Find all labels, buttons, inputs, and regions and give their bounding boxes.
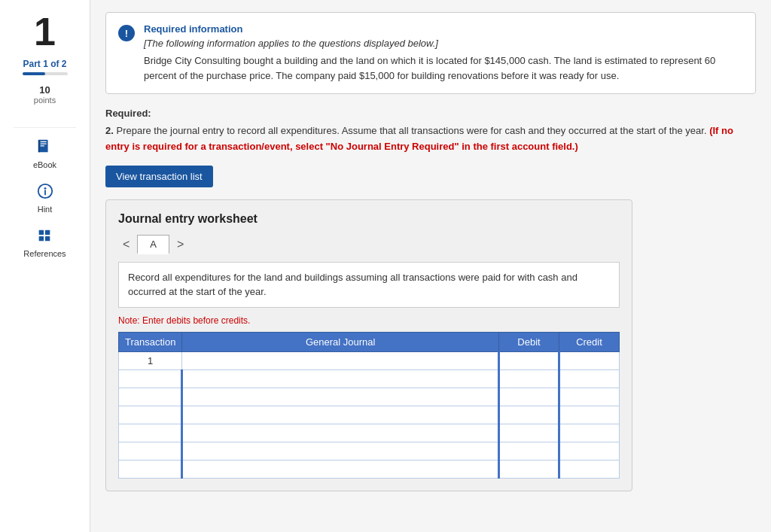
sidebar-item-ebook[interactable]: eBook bbox=[33, 135, 56, 169]
col-header-credit: Credit bbox=[559, 332, 620, 351]
svg-rect-9 bbox=[45, 230, 50, 235]
svg-rect-2 bbox=[41, 143, 47, 144]
cell-credit[interactable] bbox=[559, 406, 620, 424]
cell-debit[interactable] bbox=[499, 388, 559, 406]
svg-rect-1 bbox=[41, 141, 47, 142]
table-row bbox=[119, 460, 620, 478]
cell-transaction bbox=[119, 442, 182, 460]
tab-navigation: < A > bbox=[118, 235, 620, 254]
cell-general-journal[interactable] bbox=[182, 351, 499, 369]
cell-debit[interactable] bbox=[499, 424, 559, 442]
journal-table: Transaction General Journal Debit Credit… bbox=[118, 332, 620, 479]
cell-general-journal[interactable] bbox=[182, 388, 499, 406]
table-row bbox=[119, 388, 620, 406]
part-progress-fill bbox=[23, 72, 45, 75]
cell-debit[interactable] bbox=[499, 406, 559, 424]
cell-credit[interactable] bbox=[559, 460, 620, 478]
note-text: Note: Enter debits before credits. bbox=[118, 315, 620, 326]
cell-credit[interactable] bbox=[559, 424, 620, 442]
info-content: Required information [The following info… bbox=[144, 23, 743, 83]
cell-debit[interactable] bbox=[499, 442, 559, 460]
sidebar-item-hint[interactable]: Hint bbox=[34, 180, 56, 214]
svg-rect-10 bbox=[39, 236, 44, 241]
info-box: ! Required information [The following in… bbox=[105, 12, 756, 94]
col-header-debit: Debit bbox=[499, 332, 559, 351]
svg-point-6 bbox=[44, 187, 46, 190]
info-icon: ! bbox=[118, 25, 135, 41]
table-row: 1 bbox=[119, 351, 620, 369]
required-section: Required: 2. Prepare the journal entry t… bbox=[105, 108, 756, 155]
info-italic-text: [The following information applies to th… bbox=[144, 38, 743, 49]
info-body-text: Bridge City Consulting bought a building… bbox=[144, 53, 743, 83]
table-row bbox=[119, 442, 620, 460]
book-icon bbox=[33, 135, 56, 158]
hint-label: Hint bbox=[38, 205, 53, 214]
cell-debit[interactable] bbox=[499, 369, 559, 388]
cell-debit[interactable] bbox=[499, 351, 559, 369]
svg-rect-4 bbox=[38, 140, 40, 153]
points-value: 10 bbox=[39, 84, 50, 96]
cell-transaction bbox=[119, 424, 182, 442]
col-header-general-journal: General Journal bbox=[182, 332, 499, 351]
info-title: Required information bbox=[144, 23, 743, 35]
table-row bbox=[119, 369, 620, 388]
svg-rect-3 bbox=[41, 145, 45, 146]
cell-debit[interactable] bbox=[499, 460, 559, 478]
question-number: 1 bbox=[34, 12, 56, 51]
tab-a[interactable]: A bbox=[137, 235, 169, 254]
cell-credit[interactable] bbox=[559, 369, 620, 388]
cell-general-journal[interactable] bbox=[182, 369, 499, 388]
question-text: 2. Prepare the journal entry to record a… bbox=[105, 123, 756, 155]
part-label: Part 1 of 2 bbox=[23, 59, 66, 69]
hint-icon bbox=[34, 180, 56, 202]
cell-credit[interactable] bbox=[559, 442, 620, 460]
cell-transaction bbox=[119, 406, 182, 424]
sidebar-item-references[interactable]: References bbox=[23, 224, 66, 258]
question-number-inline: 2. bbox=[105, 125, 114, 136]
tab-right-arrow[interactable]: > bbox=[172, 236, 188, 253]
references-label: References bbox=[23, 249, 66, 258]
cell-transaction bbox=[119, 369, 182, 388]
instruction-text: Record all expenditures for the land and… bbox=[128, 272, 577, 298]
table-row bbox=[119, 406, 620, 424]
question-main-text: Prepare the journal entry to record all … bbox=[116, 125, 706, 136]
cell-transaction: 1 bbox=[119, 351, 182, 369]
tab-left-arrow[interactable]: < bbox=[118, 236, 134, 253]
sidebar-divider bbox=[14, 127, 75, 128]
col-header-transaction: Transaction bbox=[119, 332, 182, 351]
ebook-label: eBook bbox=[33, 160, 56, 169]
main-content: ! Required information [The following in… bbox=[90, 0, 771, 532]
cell-general-journal[interactable] bbox=[182, 442, 499, 460]
cell-general-journal[interactable] bbox=[182, 424, 499, 442]
journal-worksheet-title: Journal entry worksheet bbox=[118, 212, 620, 226]
cell-credit[interactable] bbox=[559, 351, 620, 369]
table-row bbox=[119, 424, 620, 442]
part-progress bbox=[23, 72, 68, 75]
references-icon bbox=[33, 224, 56, 247]
cell-general-journal[interactable] bbox=[182, 460, 499, 478]
cell-general-journal[interactable] bbox=[182, 406, 499, 424]
journal-worksheet: Journal entry worksheet < A > Record all… bbox=[105, 199, 632, 491]
svg-rect-11 bbox=[45, 236, 50, 241]
points-unit: points bbox=[34, 96, 56, 105]
instruction-box: Record all expenditures for the land and… bbox=[118, 262, 620, 308]
cell-transaction bbox=[119, 460, 182, 478]
cell-credit[interactable] bbox=[559, 388, 620, 406]
sidebar: 1 Part 1 of 2 10 points eBook bbox=[0, 0, 90, 532]
cell-transaction bbox=[119, 388, 182, 406]
required-label: Required: bbox=[105, 108, 756, 119]
svg-rect-8 bbox=[39, 230, 44, 235]
view-transaction-button[interactable]: View transaction list bbox=[105, 166, 213, 187]
